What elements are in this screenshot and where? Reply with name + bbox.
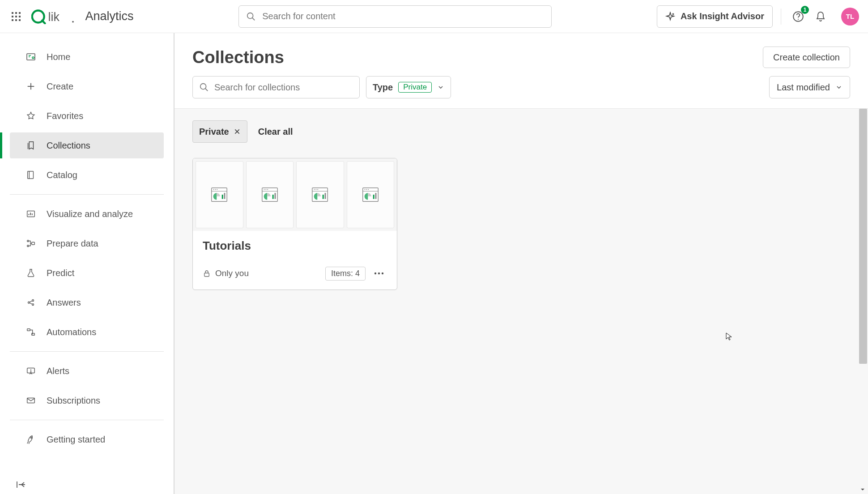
svg-point-58 <box>314 189 315 190</box>
type-filter-dropdown[interactable]: Type Private <box>366 76 451 98</box>
collection-title: Tutorials <box>203 239 387 253</box>
collapse-sidebar-button[interactable] <box>16 481 28 490</box>
main-content: Collections Create collection Type Priva… <box>174 33 868 494</box>
filter-chip-private[interactable]: Private <box>192 120 247 143</box>
sidebar-separator <box>10 351 164 352</box>
filter-chip-label: Private <box>199 127 229 137</box>
data-flow-icon <box>25 238 37 249</box>
sidebar-item-answers[interactable]: Answers <box>10 290 164 315</box>
svg-point-29 <box>32 304 34 306</box>
sidebar-item-prepare-data[interactable]: Prepare data <box>10 230 164 256</box>
search-icon <box>199 82 209 92</box>
sidebar-item-getting-started[interactable]: Getting started <box>10 426 164 452</box>
sidebar: Home Create Favorites Collections Catalo… <box>0 33 174 494</box>
sidebar-item-visualize[interactable]: Visualize and analyze <box>10 201 164 227</box>
sidebar-item-label: Catalog <box>47 170 77 180</box>
app-launcher-icon[interactable] <box>9 9 23 24</box>
chart-icon <box>25 208 37 220</box>
svg-point-25 <box>27 245 29 247</box>
qlik-logo[interactable]: lik <box>31 9 75 24</box>
sidebar-item-create[interactable]: Create <box>10 73 164 99</box>
svg-rect-54 <box>272 195 274 199</box>
chevron-down-icon <box>437 84 444 91</box>
sort-dropdown[interactable]: Last modified <box>769 76 850 98</box>
help-button[interactable]: 1 <box>789 8 807 26</box>
svg-point-45 <box>215 189 216 190</box>
more-icon <box>374 272 384 275</box>
sort-label: Last modified <box>777 82 830 93</box>
cursor-icon <box>726 332 732 341</box>
help-badge: 1 <box>801 6 809 14</box>
sidebar-item-label: Create <box>47 81 73 92</box>
collection-thumbnails <box>193 158 397 231</box>
svg-rect-61 <box>323 195 324 199</box>
svg-rect-1 <box>15 12 17 14</box>
svg-point-24 <box>27 240 29 242</box>
ask-insight-advisor-button[interactable]: Ask Insight Advisor <box>657 5 773 28</box>
clear-all-filters[interactable]: Clear all <box>258 127 293 137</box>
sidebar-item-collections[interactable]: Collections <box>10 132 164 158</box>
svg-point-73 <box>382 273 383 274</box>
global-search[interactable] <box>238 5 552 28</box>
svg-point-16 <box>798 18 799 19</box>
svg-point-13 <box>247 13 253 18</box>
sidebar-item-alerts[interactable]: Alerts <box>10 358 164 384</box>
svg-rect-26 <box>32 242 34 245</box>
app-header: lik Analytics Ask Insight Advisor 1 TL <box>0 0 868 33</box>
svg-point-27 <box>28 302 30 303</box>
create-collection-button[interactable]: Create collection <box>763 47 850 68</box>
sidebar-item-automations[interactable]: Automations <box>10 319 164 345</box>
sidebar-item-catalog[interactable]: Catalog <box>10 162 164 188</box>
collections-search[interactable] <box>192 76 360 98</box>
svg-rect-55 <box>274 193 276 199</box>
sidebar-item-label: Collections <box>47 141 90 151</box>
lock-icon <box>203 269 211 277</box>
svg-point-60 <box>318 189 319 190</box>
sidebar-item-label: Prepare data <box>47 238 98 249</box>
automation-icon <box>25 326 37 338</box>
sidebar-item-subscriptions[interactable]: Subscriptions <box>10 388 164 413</box>
scrollbar[interactable] <box>859 109 867 364</box>
svg-point-59 <box>316 189 317 190</box>
divider <box>781 9 781 25</box>
sidebar-item-label: Automations <box>47 327 96 337</box>
app-thumbnail <box>296 161 344 228</box>
app-thumbnail <box>196 161 243 228</box>
sidebar-item-label: Favorites <box>47 111 83 121</box>
rocket-icon <box>25 434 37 445</box>
svg-rect-69 <box>375 193 376 199</box>
user-avatar[interactable]: TL <box>841 8 859 26</box>
svg-line-14 <box>252 17 255 20</box>
notifications-button[interactable] <box>812 8 830 26</box>
sidebar-item-home[interactable]: Home <box>10 44 164 70</box>
mail-icon <box>25 395 37 406</box>
sidebar-item-label: Answers <box>47 298 81 308</box>
sidebar-item-label: Predict <box>47 268 74 278</box>
page-title: Collections <box>192 48 284 67</box>
svg-rect-30 <box>27 329 30 331</box>
svg-point-71 <box>374 273 376 274</box>
svg-rect-21 <box>28 171 34 179</box>
svg-point-28 <box>32 300 34 302</box>
sidebar-item-predict[interactable]: Predict <box>10 260 164 286</box>
collection-more-button[interactable] <box>371 265 387 281</box>
chevron-down-icon[interactable] <box>859 487 866 492</box>
collapse-icon <box>16 481 28 489</box>
svg-point-46 <box>217 189 218 190</box>
global-search-input[interactable] <box>262 11 544 21</box>
collections-search-input[interactable] <box>214 82 353 93</box>
svg-point-65 <box>364 189 365 190</box>
sidebar-item-label: Subscriptions <box>47 396 100 406</box>
sidebar-item-favorites[interactable]: Favorites <box>10 103 164 129</box>
svg-rect-68 <box>373 195 374 199</box>
answers-icon <box>25 297 37 308</box>
home-icon <box>25 51 37 63</box>
svg-point-36 <box>31 437 32 439</box>
svg-text:lik: lik <box>48 10 60 23</box>
type-filter-value: Private <box>398 82 432 93</box>
collection-card[interactable]: Tutorials Only you Items: 4 <box>192 158 397 290</box>
collection-visibility: Only you <box>203 268 249 278</box>
sidebar-separator <box>10 420 164 420</box>
close-icon[interactable] <box>234 128 241 135</box>
svg-rect-7 <box>15 19 17 21</box>
